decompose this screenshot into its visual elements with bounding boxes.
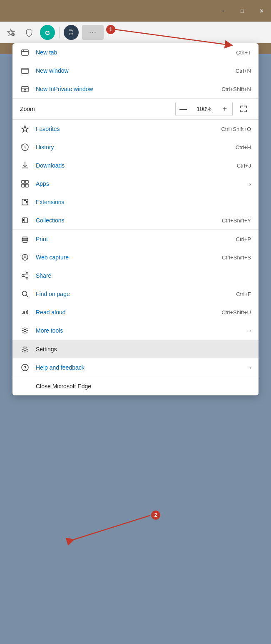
moretools-icon <box>20 326 30 336</box>
closeedge-icon <box>20 381 30 391</box>
svg-point-26 <box>26 277 28 279</box>
menu-item-webcapture[interactable]: Web capture Ctrl+Shift+S <box>12 248 259 266</box>
svg-text:+: + <box>12 33 14 37</box>
svg-point-35 <box>25 369 25 370</box>
grammarly-toolbar-icon[interactable]: G <box>40 25 55 40</box>
menu-item-new-window[interactable]: New window Ctrl+N <box>12 62 259 80</box>
share-label: Share <box>36 272 251 279</box>
menu-item-share[interactable]: Share <box>12 266 259 285</box>
profile-avatar[interactable]: mylife <box>64 25 79 40</box>
svg-rect-20 <box>23 240 27 242</box>
menu-item-collections[interactable]: Collections Ctrl+Shift+Y <box>12 211 259 229</box>
annotation-badge-2: 2 <box>151 511 160 520</box>
extensions-icon <box>20 197 30 207</box>
history-label: History <box>36 144 232 151</box>
new-window-shortcut: Ctrl+N <box>236 68 251 74</box>
helpfeedback-label: Help and feedback <box>36 364 246 371</box>
inprivate-icon <box>20 84 30 94</box>
new-tab-shortcut: Ctrl+T <box>236 49 251 56</box>
minimize-button[interactable]: − <box>214 4 233 17</box>
collections-icon <box>20 215 30 225</box>
history-shortcut: Ctrl+H <box>236 144 251 151</box>
new-window-label: New window <box>36 67 232 74</box>
findonpage-shortcut: Ctrl+F <box>236 291 251 297</box>
new-tab-label: New tab <box>36 49 233 56</box>
svg-point-33 <box>24 348 26 350</box>
browser-menu: New tab Ctrl+T New window Ctrl+N New InP… <box>12 43 259 395</box>
svg-rect-15 <box>25 184 28 187</box>
favorites-shortcut: Ctrl+Shift+O <box>221 126 251 132</box>
svg-point-29 <box>22 291 27 296</box>
menu-item-history[interactable]: History Ctrl+H <box>12 138 259 156</box>
webcapture-label: Web capture <box>36 254 219 261</box>
apps-label: Apps <box>36 180 246 187</box>
inprivate-label: New InPrivate window <box>36 86 218 92</box>
apps-icon <box>20 179 30 189</box>
moretools-arrow: › <box>249 327 251 334</box>
print-shortcut: Ctrl+P <box>236 236 251 242</box>
menu-item-extensions[interactable]: Extensions <box>12 193 259 211</box>
inprivate-shortcut: Ctrl+Shift+N <box>221 86 251 92</box>
menu-button[interactable]: ··· <box>82 25 104 40</box>
menu-item-moretools[interactable]: More tools › <box>12 321 259 340</box>
history-icon <box>20 142 30 152</box>
menu-item-findonpage[interactable]: Find on page Ctrl+F <box>12 285 259 303</box>
svg-point-32 <box>24 329 26 332</box>
zoom-value: 100% <box>191 106 217 112</box>
menu-item-apps[interactable]: Apps › <box>12 175 259 193</box>
browser-toolbar: + G mylife ··· <box>0 22 271 43</box>
zoom-expand-button[interactable] <box>236 102 251 116</box>
maximize-button[interactable]: □ <box>233 4 252 17</box>
menu-item-inprivate[interactable]: New InPrivate window Ctrl+Shift+N <box>12 80 259 98</box>
readaloud-shortcut: Ctrl+Shift+U <box>221 309 251 316</box>
svg-point-24 <box>26 272 28 274</box>
webcapture-icon <box>20 252 30 262</box>
settings-label: Settings <box>36 346 251 353</box>
downloads-icon <box>20 160 30 170</box>
collections-label: Collections <box>36 217 219 224</box>
svg-rect-14 <box>22 184 25 187</box>
annotation-badge-1: 1 <box>106 25 115 34</box>
favorites-label: Favorites <box>36 126 218 132</box>
svg-point-23 <box>25 256 26 257</box>
close-button[interactable]: ✕ <box>252 4 271 17</box>
svg-rect-6 <box>22 68 28 74</box>
closeedge-label: Close Microsoft Edge <box>36 383 251 390</box>
svg-point-25 <box>22 275 24 277</box>
menu-item-helpfeedback[interactable]: Help and feedback › <box>12 358 259 377</box>
titlebar: − □ ✕ <box>0 0 271 22</box>
downloads-shortcut: Ctrl+J <box>237 163 251 169</box>
findonpage-label: Find on page <box>36 291 233 297</box>
svg-line-27 <box>24 274 26 276</box>
svg-point-10 <box>24 89 26 91</box>
readaloud-label: Read aloud <box>36 309 218 316</box>
menu-item-settings[interactable]: Settings <box>12 340 259 358</box>
svg-rect-3 <box>22 50 28 55</box>
readaloud-icon: A <box>20 307 30 317</box>
new-window-icon <box>20 66 30 76</box>
svg-rect-13 <box>25 180 28 183</box>
zoom-increase-button[interactable]: + <box>217 102 232 116</box>
print-icon <box>20 234 30 244</box>
svg-line-28 <box>24 276 26 278</box>
menu-item-print[interactable]: Print Ctrl+P <box>12 230 259 248</box>
shield-toolbar-icon[interactable] <box>22 25 37 40</box>
extensions-label: Extensions <box>36 199 251 205</box>
menu-item-new-tab[interactable]: New tab Ctrl+T <box>12 43 259 62</box>
zoom-decrease-button[interactable]: — <box>176 102 191 116</box>
help-icon <box>20 363 30 373</box>
svg-rect-12 <box>22 180 25 183</box>
zoom-controls: — 100% + <box>175 102 233 116</box>
helpfeedback-arrow: › <box>249 364 251 371</box>
menu-item-favorites[interactable]: Favorites Ctrl+Shift+O <box>12 120 259 138</box>
toolbar-divider <box>59 27 60 38</box>
zoom-row: Zoom — 100% + <box>12 99 259 119</box>
svg-rect-16 <box>22 199 28 205</box>
menu-item-downloads[interactable]: Downloads Ctrl+J <box>12 156 259 175</box>
favorites-toolbar-icon[interactable]: + <box>3 25 18 40</box>
moretools-label: More tools <box>36 327 246 334</box>
menu-item-readaloud[interactable]: A Read aloud Ctrl+Shift+U <box>12 303 259 321</box>
share-icon <box>20 271 30 281</box>
menu-item-closeedge[interactable]: Close Microsoft Edge <box>12 377 259 395</box>
svg-point-22 <box>22 254 28 260</box>
